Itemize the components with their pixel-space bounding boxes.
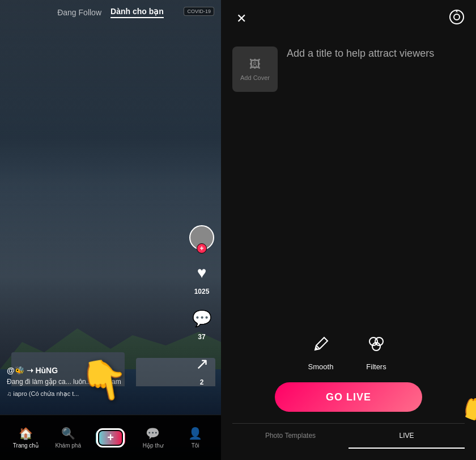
close-button[interactable]: ✕ xyxy=(232,10,250,28)
svg-point-1 xyxy=(454,14,460,20)
tab-photo-templates[interactable]: Photo Templates xyxy=(232,424,348,449)
nav-home-label: Trang chủ xyxy=(13,442,39,449)
avatar-btn[interactable]: + xyxy=(189,225,214,250)
inbox-icon: 💬 xyxy=(146,427,160,440)
nav-profile-label: Tôi xyxy=(192,442,199,449)
top-bar: Đang Follow Dành cho bạn COVID-19 xyxy=(0,0,221,25)
cover-section: 🖼 Add Cover Add a title to help attract … xyxy=(221,37,476,101)
nav-home[interactable]: 🏠 Trang chủ xyxy=(5,427,47,449)
nav-create[interactable]: + xyxy=(90,430,132,446)
hand-cursor-left: 👇 xyxy=(76,353,133,407)
avatar: + xyxy=(189,225,214,250)
tool-icons: Smooth Filters xyxy=(307,331,390,371)
filters-icon xyxy=(363,331,390,358)
tab-live[interactable]: LIVE xyxy=(348,424,465,449)
pencil-icon xyxy=(311,334,331,355)
nav-search-label: Khám phá xyxy=(55,442,81,449)
tab-for-you[interactable]: Dành cho bạn xyxy=(110,7,164,18)
camera-icon xyxy=(449,9,465,25)
smooth-icon xyxy=(307,331,334,358)
search-icon: 🔍 xyxy=(61,427,75,440)
heart-icon: ♥ xyxy=(189,260,214,285)
nav-inbox[interactable]: 💬 Hộp thư xyxy=(131,427,174,449)
nav-inbox-label: Hộp thư xyxy=(143,442,163,449)
like-btn[interactable]: ♥ 1025 xyxy=(189,260,214,296)
action-buttons: + ♥ 1025 💬 37 ↗ 2 xyxy=(189,225,214,386)
covid-badge: COVID-19 xyxy=(184,7,214,16)
go-live-label: GO LIVE xyxy=(326,391,371,403)
like-count: 1025 xyxy=(194,288,210,296)
tab-following[interactable]: Đang Follow xyxy=(57,8,101,17)
create-btn[interactable]: + xyxy=(98,430,123,446)
comment-btn[interactable]: 💬 37 xyxy=(189,306,214,341)
bottom-nav: 🏠 Trang chủ 🔍 Khám phá + 💬 Hộp thư 👤 Tôi xyxy=(0,415,221,460)
add-cover-label: Add Cover xyxy=(240,74,270,81)
filters-label: Filters xyxy=(366,362,386,371)
rp-header: ✕ xyxy=(221,0,476,37)
comment-icon: 💬 xyxy=(189,306,214,331)
svg-point-0 xyxy=(450,10,464,24)
left-panel: Đang Follow Dành cho bạn COVID-19 + ♥ 10… xyxy=(0,0,221,460)
share-btn[interactable]: ↗ 2 xyxy=(189,351,214,386)
comment-count: 37 xyxy=(198,333,205,341)
live-tab-label: LIVE xyxy=(399,432,414,440)
bottom-tabs: Photo Templates LIVE xyxy=(232,423,465,449)
share-count: 2 xyxy=(200,378,204,386)
title-placeholder-text: Add a title to help attract viewers xyxy=(287,47,465,61)
nav-search[interactable]: 🔍 Khám phá xyxy=(47,427,90,449)
go-live-button[interactable]: GO LIVE xyxy=(275,382,422,412)
share-icon: ↗ xyxy=(189,351,214,376)
follow-plus-badge: + xyxy=(197,243,207,254)
filters-tool[interactable]: Filters xyxy=(363,331,390,371)
smooth-label: Smooth xyxy=(308,362,334,371)
add-cover-btn[interactable]: 🖼 Add Cover xyxy=(232,47,278,92)
right-panel: ✕ 🖼 Add Cover Add a title to help attrac… xyxy=(221,0,476,460)
smooth-tool[interactable]: Smooth xyxy=(307,331,334,371)
title-area[interactable]: Add a title to help attract viewers xyxy=(287,47,465,61)
image-icon: 🖼 xyxy=(249,58,261,71)
profile-icon: 👤 xyxy=(188,427,202,440)
camera-button[interactable] xyxy=(449,9,465,28)
hand-cursor-right: 👆 xyxy=(454,381,476,429)
circles-icon xyxy=(366,334,386,355)
tools-section: Smooth Filters GO LIVE 👆 1 xyxy=(221,319,476,460)
nav-profile[interactable]: 👤 Tôi xyxy=(174,427,216,449)
top-tabs: Đang Follow Dành cho bạn xyxy=(57,7,164,18)
home-icon: 🏠 xyxy=(19,427,33,440)
